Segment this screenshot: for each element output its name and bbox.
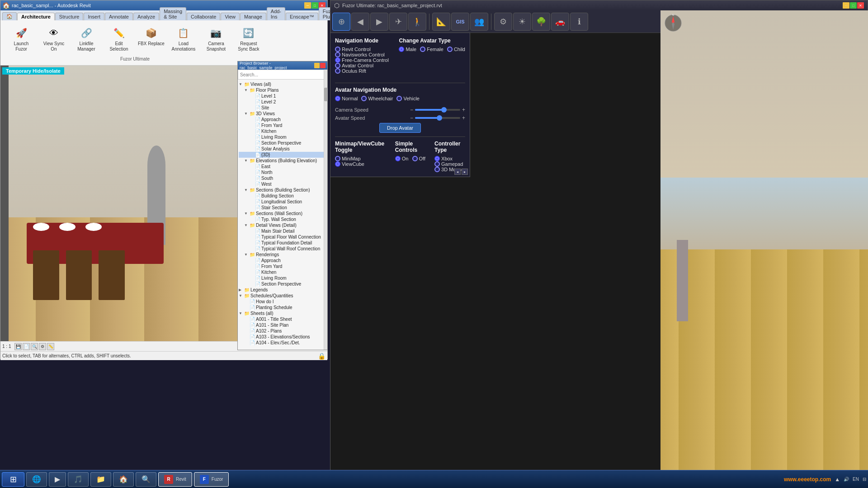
fuzor-gis-btn[interactable]: GIS	[451, 13, 469, 31]
status-icon-4[interactable]: ⚙	[39, 343, 46, 350]
avatar-nav-wheelchair-radio[interactable]	[361, 96, 367, 101]
taskbar-home[interactable]: 🏠	[113, 472, 134, 487]
fuzor-compass[interactable]: N	[664, 14, 682, 33]
tree-item[interactable]: 📄 Level 1	[239, 93, 326, 99]
ribbon-tab-insert[interactable]: Insert	[84, 13, 104, 20]
avatar-speed-thumb[interactable]	[437, 115, 442, 121]
tree-item[interactable]: 📄 From Yard	[239, 122, 326, 128]
nav-oculus-radio[interactable]	[335, 68, 340, 74]
tree-item[interactable]: ▼ 📁 Views (all)	[239, 81, 326, 87]
nav-oculus[interactable]: Oculus Rift	[335, 68, 389, 74]
nav-avatar-control[interactable]: Avatar Control	[335, 63, 389, 68]
tree-item[interactable]: ▼ 📁 Detail Views (Detail)	[239, 222, 326, 228]
revit-minimize-btn[interactable]: ─	[304, 2, 311, 9]
tree-item[interactable]: 📄 Main Stair Detail	[239, 228, 326, 234]
nav-revit-radio[interactable]	[335, 47, 340, 52]
tree-item[interactable]: 📄 Kitchen	[239, 128, 326, 134]
nav-avatar-radio[interactable]	[335, 63, 340, 68]
fuzor-maximize-btn[interactable]: □	[850, 2, 857, 9]
ctrl-xbox[interactable]: Xbox	[434, 156, 465, 161]
pb-scrollbar-thumb[interactable]	[324, 88, 328, 101]
simple-on[interactable]: On	[395, 156, 409, 161]
request-sync-btn[interactable]: 🔄 Request Sync Back	[233, 24, 264, 54]
tree-item[interactable]: ▼ 📁 Renderings	[239, 252, 326, 258]
avatar-male-radio[interactable]	[399, 47, 404, 52]
ribbon-tab-structure[interactable]: Structure	[55, 13, 84, 20]
fuzor-people-btn[interactable]: 👥	[470, 13, 488, 31]
viewcube-radio[interactable]	[335, 161, 340, 167]
camera-speed-plus[interactable]: +	[462, 107, 465, 113]
tree-item[interactable]: ▼ 📁 Schedules/Quantities	[239, 293, 326, 299]
avatar-speed-plus[interactable]: +	[462, 115, 465, 121]
avatar-female[interactable]: Female	[420, 47, 443, 52]
tree-item[interactable]: ▼ 📁 3D Views	[239, 111, 326, 117]
launch-fuzor-btn[interactable]: 🚀 Launch Fuzor	[6, 24, 37, 54]
taskbar-revit[interactable]: R Revit	[158, 472, 192, 487]
tree-item[interactable]: 📄 A104 - Elev./Sec./Det.	[239, 340, 326, 346]
tree-item[interactable]: 📄 Solar Analysis	[239, 146, 326, 152]
nav-freecam-radio[interactable]	[335, 57, 340, 63]
fuzor-close-btn[interactable]: ✕	[857, 2, 864, 9]
panel-minimize-btn[interactable]: ◂	[454, 169, 461, 175]
tree-item[interactable]: 📄 Kitchen	[239, 269, 326, 275]
taskbar-language[interactable]: EN	[853, 477, 859, 482]
nav-free-camera[interactable]: Free-Camera Control	[335, 57, 389, 63]
edit-selection-btn[interactable]: ✏️ Edit Selection	[104, 24, 134, 54]
tree-item[interactable]: 📄 Typical Foundation Detail	[239, 240, 326, 246]
pb-scrollbar[interactable]	[324, 70, 327, 350]
ribbon-tab-addins[interactable]: Add-Ins	[267, 7, 285, 20]
fuzor-car-btn[interactable]: 🚗	[551, 13, 569, 31]
camera-speed-slider[interactable]: − +	[410, 107, 465, 113]
taskbar-files[interactable]: 📁	[90, 472, 111, 487]
drop-avatar-button[interactable]: Drop Avatar	[379, 123, 421, 133]
simple-on-radio[interactable]	[395, 156, 401, 161]
tree-item[interactable]: 📄 A103 - Elevations/Sections	[239, 334, 326, 340]
minimap-option[interactable]: MiniMap	[335, 156, 388, 161]
tree-item[interactable]: 📄 {3D}	[239, 152, 326, 158]
tree-item[interactable]: 📄 Stair Section	[239, 205, 326, 211]
avatar-speed-track[interactable]	[415, 117, 460, 119]
tree-item[interactable]: ▶ 📁 Legends	[239, 287, 326, 293]
tree-item[interactable]: 📄 Typ. Wall Section	[239, 216, 326, 222]
taskbar-music[interactable]: 🎵	[68, 472, 89, 487]
ribbon-tab-annotate[interactable]: Annotate	[105, 13, 133, 20]
tree-item[interactable]: 📄 Approach	[239, 258, 326, 263]
ribbon-tab-manage[interactable]: Manage	[240, 13, 266, 20]
camera-speed-minus[interactable]: −	[410, 107, 413, 113]
fbx-replace-btn[interactable]: 📦 FBX Replace	[136, 24, 166, 54]
fuzor-sun-btn[interactable]: ☀	[513, 13, 531, 31]
tree-item[interactable]: 📄 Approach	[239, 117, 326, 122]
status-icon-2[interactable]: 📄	[23, 343, 30, 350]
pb-minimize-btn[interactable]	[314, 63, 320, 68]
fuzor-measure-btn[interactable]: 📐	[432, 13, 450, 31]
taskbar-fuzor[interactable]: F Fuzor	[194, 472, 229, 487]
simple-off-radio[interactable]	[412, 156, 418, 161]
tree-item[interactable]: 📄 Planting Schedule	[239, 305, 326, 310]
tree-item[interactable]: 📄 Living Room	[239, 134, 326, 140]
tree-item[interactable]: ▼ 📁 Floor Plans	[239, 87, 326, 93]
fuzor-back-btn[interactable]: ◀	[351, 13, 369, 31]
tree-item[interactable]: 📄 Longitudinal Section	[239, 199, 326, 205]
tree-item[interactable]: 📄 Building Section	[239, 193, 326, 199]
ribbon-tab-view[interactable]: View	[221, 13, 240, 20]
ctrl-xbox-radio[interactable]	[434, 156, 440, 161]
avatar-nav-normal-radio[interactable]	[335, 96, 340, 101]
avatar-nav-vehicle[interactable]: Vehicle	[396, 96, 419, 101]
nav-navisworks-control[interactable]: Navisworks Control	[335, 52, 389, 57]
ctrl-gamepad[interactable]: Gamepad	[434, 161, 465, 167]
tree-item[interactable]: 📄 Living Room	[239, 275, 326, 281]
ribbon-tab-collaborate[interactable]: Collaborate	[187, 13, 220, 20]
fuzor-settings-btn[interactable]: ⚙	[494, 13, 512, 31]
tree-item[interactable]: ▼ 📁 Sheets (all)	[239, 310, 326, 316]
nav-revit-control[interactable]: Revit Control	[335, 47, 389, 52]
tree-item[interactable]: 📄 South	[239, 175, 326, 181]
ribbon-tab-home[interactable]: 🏠	[2, 12, 17, 20]
status-icon-5[interactable]: 📏	[47, 343, 54, 350]
viewcube-option[interactable]: ViewCube	[335, 161, 388, 167]
fuzor-nav-btn[interactable]: ⊕	[332, 13, 350, 31]
fuzor-tree-btn[interactable]: 🌳	[532, 13, 550, 31]
panel-close-btn[interactable]: ▸	[462, 169, 468, 175]
avatar-child-radio[interactable]	[447, 47, 453, 52]
fuzor-fly-btn[interactable]: ✈	[389, 13, 407, 31]
tree-item[interactable]: 📄 Section Perspective	[239, 140, 326, 146]
